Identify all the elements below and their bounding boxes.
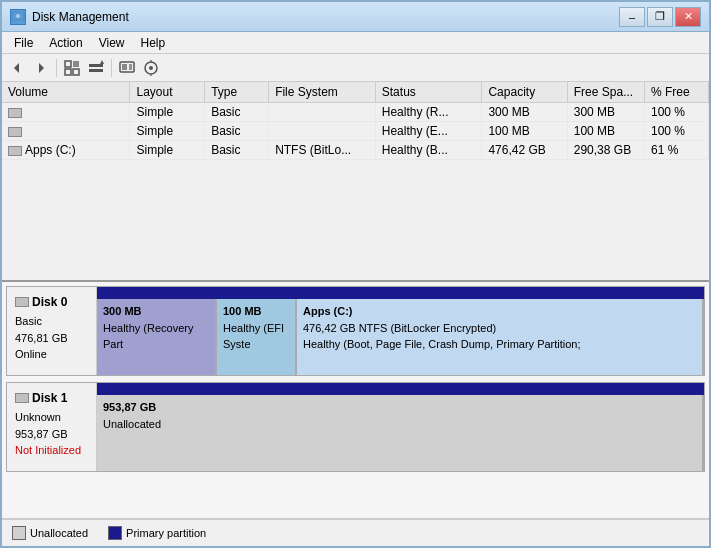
svg-rect-5 (65, 61, 71, 67)
toolbar-sep-1 (56, 59, 57, 77)
legend-unallocated-box (12, 526, 26, 540)
col-type: Type (205, 82, 269, 103)
cell-percentfree: 100 % (644, 103, 708, 122)
col-freespace: Free Spa... (567, 82, 644, 103)
menu-file[interactable]: File (6, 34, 41, 52)
app-window: Disk Management – ❐ ✕ File Action View H… (0, 0, 711, 548)
legend-unallocated-label: Unallocated (30, 527, 88, 539)
forward-button[interactable] (30, 57, 52, 79)
col-percentfree: % Free (644, 82, 708, 103)
cell-capacity: 100 MB (482, 122, 567, 141)
menu-bar: File Action View Help (2, 32, 709, 54)
cell-status: Healthy (R... (375, 103, 482, 122)
cell-layout: Simple (130, 103, 205, 122)
cell-type: Basic (205, 103, 269, 122)
disk-info-disk0: Disk 0Basic476,81 GBOnline (7, 287, 97, 375)
title-bar: Disk Management – ❐ ✕ (2, 2, 709, 32)
cell-volume (2, 122, 130, 141)
disk-row-disk0: Disk 0Basic476,81 GBOnline300 MBHealthy … (6, 286, 705, 376)
volume-table: Volume Layout Type File System Status Ca… (2, 82, 709, 160)
title-bar-left: Disk Management (10, 9, 129, 25)
restore-button[interactable]: ❐ (647, 7, 673, 27)
svg-rect-7 (73, 61, 79, 67)
menu-action[interactable]: Action (41, 34, 90, 52)
col-status: Status (375, 82, 482, 103)
toolbar-btn-6[interactable] (140, 57, 162, 79)
svg-rect-1 (14, 21, 22, 23)
cell-layout: Simple (130, 122, 205, 141)
toolbar-btn-4[interactable] (85, 57, 107, 79)
menu-help[interactable]: Help (133, 34, 174, 52)
toolbar (2, 54, 709, 82)
legend-bar: Unallocated Primary partition (2, 518, 709, 546)
toolbar-btn-3[interactable] (61, 57, 83, 79)
table-row[interactable]: Apps (C:)SimpleBasicNTFS (BitLo...Health… (2, 141, 709, 160)
disk-partitions-disk0: 300 MBHealthy (Recovery Part100 MBHealth… (97, 287, 704, 375)
cell-status: Healthy (E... (375, 122, 482, 141)
legend-primary-label: Primary partition (126, 527, 206, 539)
cell-freespace: 100 MB (567, 122, 644, 141)
svg-point-18 (149, 66, 153, 70)
back-button[interactable] (6, 57, 28, 79)
cell-volume: Apps (C:) (2, 141, 130, 160)
legend-primary: Primary partition (108, 526, 206, 540)
table-row[interactable]: SimpleBasicHealthy (E...100 MB100 MB100 … (2, 122, 709, 141)
disk-view-area: Disk 0Basic476,81 GBOnline300 MBHealthy … (2, 282, 709, 522)
toolbar-btn-5[interactable] (116, 57, 138, 79)
col-filesystem: File System (269, 82, 376, 103)
svg-rect-9 (89, 64, 103, 67)
disk-info-disk1: Disk 1Unknown953,87 GBNot Initialized (7, 383, 97, 471)
svg-rect-6 (65, 69, 71, 75)
legend-unallocated: Unallocated (12, 526, 88, 540)
svg-rect-13 (122, 64, 127, 70)
col-capacity: Capacity (482, 82, 567, 103)
svg-point-2 (16, 14, 20, 18)
svg-marker-3 (14, 63, 19, 73)
cell-freespace: 290,38 GB (567, 141, 644, 160)
cell-volume (2, 103, 130, 122)
legend-primary-box (108, 526, 122, 540)
cell-filesystem (269, 122, 376, 141)
table-row[interactable]: SimpleBasicHealthy (R...300 MB300 MB100 … (2, 103, 709, 122)
cell-type: Basic (205, 122, 269, 141)
window-controls: – ❐ ✕ (619, 7, 701, 27)
partition-p0-main[interactable]: Apps (C:)476,42 GB NTFS (BitLocker Encry… (297, 299, 704, 375)
disk-partitions-disk1: 953,87 GBUnallocated (97, 383, 704, 471)
svg-rect-10 (89, 69, 103, 72)
close-button[interactable]: ✕ (675, 7, 701, 27)
cell-status: Healthy (B... (375, 141, 482, 160)
col-volume: Volume (2, 82, 130, 103)
app-icon (10, 9, 26, 25)
toolbar-sep-2 (111, 59, 112, 77)
cell-percentfree: 61 % (644, 141, 708, 160)
cell-layout: Simple (130, 141, 205, 160)
partition-p0-recovery[interactable]: 300 MBHealthy (Recovery Part (97, 299, 217, 375)
menu-view[interactable]: View (91, 34, 133, 52)
svg-rect-8 (73, 69, 79, 75)
partition-p1-unalloc[interactable]: 953,87 GBUnallocated (97, 395, 704, 471)
partition-p0-efi[interactable]: 100 MBHealthy (EFI Syste (217, 299, 297, 375)
main-content: Volume Layout Type File System Status Ca… (2, 82, 709, 522)
cell-filesystem: NTFS (BitLo... (269, 141, 376, 160)
cell-percentfree: 100 % (644, 122, 708, 141)
col-layout: Layout (130, 82, 205, 103)
cell-type: Basic (205, 141, 269, 160)
cell-capacity: 476,42 GB (482, 141, 567, 160)
cell-capacity: 300 MB (482, 103, 567, 122)
window-title: Disk Management (32, 10, 129, 24)
svg-marker-4 (39, 63, 44, 73)
svg-marker-11 (100, 60, 104, 64)
cell-freespace: 300 MB (567, 103, 644, 122)
minimize-button[interactable]: – (619, 7, 645, 27)
disk-row-disk1: Disk 1Unknown953,87 GBNot Initialized953… (6, 382, 705, 472)
cell-filesystem (269, 103, 376, 122)
volume-table-area: Volume Layout Type File System Status Ca… (2, 82, 709, 282)
